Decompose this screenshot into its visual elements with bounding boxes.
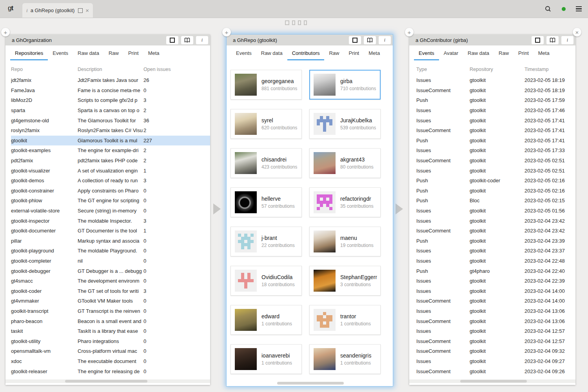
pane-tab[interactable]: Raw (104, 45, 123, 60)
add-pane-button[interactable]: + (405, 28, 414, 36)
table-row[interactable]: Issues gtoolkit 2023-02-04 22:48 (416, 256, 575, 266)
table-row[interactable]: Issues gtoolkit 2023-02-04 23:37 (416, 246, 575, 256)
pane-tab[interactable]: Print (514, 45, 534, 60)
book-button[interactable] (181, 36, 193, 44)
table-row[interactable]: IssueComment gtoolkit 2023-02-05 18:19 (416, 85, 575, 96)
table-row[interactable]: gtoolkit-completer nil 0 (11, 256, 210, 266)
pane-pager-item[interactable] (292, 20, 295, 25)
table-row[interactable]: Issues gtoolkit 2023-02-05 17:46 (416, 105, 575, 116)
contributor-card[interactable]: j-brant 22 contributions (230, 227, 302, 256)
menu-icon[interactable] (576, 6, 582, 12)
table-row[interactable]: xdoc The executable document 0 (11, 356, 210, 367)
pane-tab[interactable]: Print (123, 45, 143, 60)
table-row[interactable]: IssueComment gtoolkit 2023-02-04 09:32 (416, 346, 575, 356)
horizontal-scrollbar-thumb[interactable] (65, 380, 147, 383)
table-row[interactable]: Issues gtoolkit 2023-02-04 13:06 (416, 306, 575, 316)
pane-tab[interactable]: Raw data (463, 45, 494, 60)
table-row[interactable]: Issues gtoolkit 2023-02-05 17:33 (416, 145, 575, 156)
maximize-button[interactable] (349, 36, 361, 44)
contributor-card[interactable]: StephanEggermont 3 contributions (309, 266, 381, 296)
contributor-card[interactable]: hellerve 57 contributions (230, 187, 302, 217)
pane-tab[interactable]: Raw data (73, 45, 104, 60)
close-pane-button[interactable]: × (573, 28, 581, 36)
pane-pager-item[interactable] (304, 20, 307, 25)
pane-tab[interactable]: Meta (534, 45, 554, 60)
inspect-button[interactable]: i (561, 36, 573, 44)
table-row[interactable]: Issues gtoolkit 2023-02-04 22:39 (416, 276, 575, 286)
maximize-button[interactable] (532, 36, 544, 44)
table-row[interactable]: IssueComment gtoolkit 2023-02-04 12:57 (416, 336, 575, 346)
close-icon[interactable]: × (85, 7, 89, 13)
pane-tab[interactable]: Meta (364, 45, 385, 60)
table-row[interactable]: gtoolkit-visualizer A set of visualizati… (11, 165, 210, 176)
table-row[interactable]: gt4vmmaker GToolkit VM Maker tools 0 (11, 296, 210, 306)
table-row[interactable]: Issues gtoolkit 2023-02-05 01:56 (416, 206, 575, 216)
contributor-card[interactable]: ioanaverebi 1 contributions (230, 344, 302, 374)
table-row[interactable]: gt4smacc The development environm 0 (11, 276, 210, 286)
table-row[interactable]: Push gtoolkit 2023-02-05 17:59 (416, 95, 575, 105)
next-pane-arrow-icon[interactable] (396, 203, 403, 214)
contributor-card[interactable]: OvidiuCodila 18 contributions (230, 266, 302, 296)
contributor-card[interactable]: chisandrei 423 contributions (230, 148, 302, 178)
pane-tab[interactable]: Contributors (287, 45, 325, 60)
table-row[interactable]: gtoolkit-utility Pharo integrations 0 (11, 336, 210, 346)
table-row[interactable]: gtoolkit-phlow The GT engine for scripti… (11, 196, 210, 206)
pane-tab[interactable]: Print (344, 45, 364, 60)
table-row[interactable]: gtoolkit-releaser The engine for releasi… (11, 366, 210, 376)
contributor-card[interactable]: JurajKubelka 539 contributions (309, 109, 381, 139)
table-row[interactable]: IssueComment gtoolkit 2023-02-04 13:06 (416, 316, 575, 326)
table-row[interactable]: opensmalltalk-vm Cross-platform virtual … (11, 346, 210, 356)
table-row[interactable]: IssueComment gtoolkit 2023-02-04 09:26 (416, 366, 575, 376)
contributor-card[interactable]: seandenigris 1 contributions (309, 344, 381, 374)
table-row[interactable]: gtoolkit-coder The GT set of tools for w… (11, 286, 210, 296)
pane-tab[interactable]: Events (414, 45, 439, 60)
pane-tab[interactable]: Avatar (439, 45, 463, 60)
contributor-card[interactable]: girba 710 contributions (309, 70, 381, 100)
table-row[interactable]: jdt2famix Jdt2Famix takes Java sour 26 (11, 75, 210, 85)
pane-pager-item[interactable] (298, 20, 301, 25)
table-row[interactable]: gtoolkit-inspector The moldable Inspecto… (11, 216, 210, 226)
table-row[interactable]: taskit TaskIt is a library that ease 0 (11, 326, 210, 336)
table-row[interactable]: Push gtoolkit 2023-02-05 02:16 (416, 186, 575, 196)
maximize-button[interactable] (166, 36, 178, 44)
contributor-card[interactable]: maenu 19 contributions (309, 227, 381, 256)
table-row[interactable]: FameJava Fame is a concise meta-me 0 (11, 85, 210, 96)
pane-pager-item[interactable] (285, 20, 289, 25)
table-row[interactable]: Issues gtoolkit 2023-02-05 18:19 (416, 75, 575, 85)
table-row[interactable]: sparta Sparta is a canvas on top o 2 (11, 105, 210, 116)
book-button[interactable] (546, 36, 559, 44)
table-row[interactable]: IssueComment gtoolkit 2023-02-04 14:00 (416, 296, 575, 306)
contributor-card[interactable]: georgeganea 881 contributions (230, 70, 302, 100)
contributor-card[interactable]: trantor 1 contributions (309, 305, 381, 335)
book-button[interactable] (364, 36, 376, 44)
table-row[interactable]: gtoolkit-examples The engine for example… (11, 145, 210, 156)
horizontal-scrollbar-thumb[interactable] (460, 380, 527, 383)
contributor-card[interactable]: edward 1 contributions (230, 305, 302, 335)
table-row[interactable]: goolkit-transcript GT Transcript is the … (11, 306, 210, 316)
table-row[interactable]: roslyn2famix Roslyn2Famix takes C# Visu … (11, 125, 210, 136)
table-row[interactable]: gtoolkit-constrainer Apply constraints o… (11, 186, 210, 196)
pane-tab[interactable]: Raw (324, 45, 344, 60)
table-row[interactable]: pillar Markup syntax and associa 0 (11, 236, 210, 246)
contributor-card[interactable]: refactoringdr 35 contributions (309, 187, 381, 217)
table-row[interactable]: Issues gtoolkit 2023-02-05 17:41 (416, 115, 575, 125)
pane-tab[interactable]: Raw (494, 45, 514, 60)
pane-tab[interactable]: Raw data (256, 45, 287, 60)
search-icon[interactable] (544, 5, 552, 13)
table-row[interactable]: IssueComment gtoolkit 2023-02-04 23:42 (416, 226, 575, 236)
table-row[interactable]: gtoolkit-documenter GT Documenter is the… (11, 226, 210, 236)
table-row[interactable]: Push gtoolkit 2023-02-05 17:41 (416, 136, 575, 146)
table-row[interactable]: libMoz2D Scripts to compile gfx/2d p 3 (11, 95, 210, 105)
pane-tab[interactable]: Meta (143, 45, 164, 60)
table-row[interactable]: gt4gemstone-old The Glamorous Toolkit fo… (11, 115, 210, 125)
window-tab[interactable]: i a GhRepo (gtoolkit) × (22, 3, 93, 18)
table-row[interactable]: gtoolkit-playground The moldable Playgro… (11, 246, 210, 256)
table-row[interactable]: gtoolkit-debugger GT Debugger is a ... d… (11, 266, 210, 276)
table-row[interactable]: Issues gtoolkit 2023-02-04 14:00 (416, 286, 575, 296)
table-row[interactable]: pharo-beacon Beacon is a small event and… (11, 316, 210, 326)
table-row[interactable]: external-volatile-store Secure (string) … (11, 206, 210, 216)
next-pane-arrow-icon[interactable] (213, 203, 221, 214)
table-row[interactable]: gtoolkit-demos A collection of ready to … (11, 176, 210, 186)
table-row[interactable]: pdt2famix pdt2famix takes PHP code 2 (11, 156, 210, 166)
pane-tab[interactable]: Repositories (10, 45, 48, 60)
